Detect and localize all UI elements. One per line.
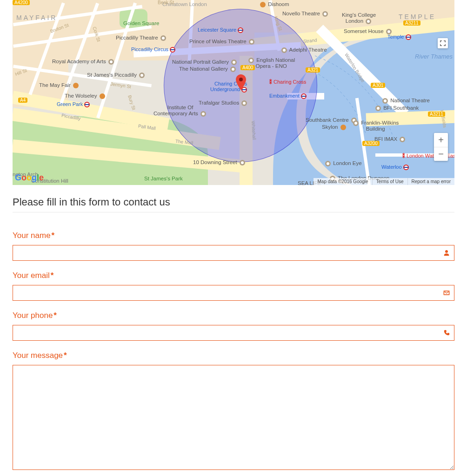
input-email[interactable]: [13, 285, 454, 301]
map-credits: Map data ©2016 Google Terms of Use Repor…: [314, 178, 454, 185]
poi-st-james-piccadilly: St James's Piccadilly: [87, 72, 146, 78]
zoom-control: + −: [434, 133, 448, 161]
input-name[interactable]: [13, 245, 454, 261]
map-marker[interactable]: [236, 74, 246, 90]
road-beak: Beak St: [158, 0, 174, 5]
contact-form: Please fill in this form to contact us Y…: [0, 185, 467, 476]
poi-national-theatre: National Theatre: [381, 98, 430, 104]
roadnum-a4200: A4200: [13, 0, 30, 5]
station-piccadilly-circus: Piccadilly Circus: [131, 46, 175, 53]
poi-st-james-park: St James's Park: [144, 176, 183, 182]
label-name: Your name*: [13, 231, 454, 240]
credit-data: Map data ©2016 Google: [314, 178, 372, 185]
station-leicester-sq: Leicester Square: [198, 27, 243, 33]
roadnum-a400: A400: [240, 65, 255, 70]
user-icon: [443, 249, 450, 257]
poi-ica: Institute Of Contemporary Arts: [153, 105, 207, 117]
label-phone: Your phone*: [13, 311, 454, 320]
poi-dishoom: Dishoom: [259, 1, 289, 7]
station-temple: Temple: [387, 34, 411, 40]
station-embankment: Embankment: [269, 93, 307, 99]
poi-southbank-centre: Southbank Centre: [306, 117, 358, 123]
field-message: Your message*: [13, 351, 454, 472]
roadnum-a321: A321: [306, 67, 320, 73]
poi-may-fair: The May Fair: [39, 82, 80, 88]
field-email: Your email*: [13, 271, 454, 301]
envelope-icon: [443, 289, 450, 297]
fullscreen-button[interactable]: [438, 38, 448, 48]
credit-report[interactable]: Report a map error: [407, 178, 454, 185]
poi-kings-college: King's College London: [342, 12, 376, 24]
poi-skylon: Skylon: [322, 124, 347, 130]
poi-npg: National Portrait Gallery: [172, 59, 238, 65]
station-waterloo: Waterloo: [381, 164, 409, 170]
input-message[interactable]: [13, 365, 454, 470]
station-charing-rail: Charing Cross: [269, 79, 306, 85]
poi-piccadilly-theatre: Piccadilly Theatre: [116, 35, 167, 41]
poi-bfi-southbank: BFI Southbank: [374, 105, 419, 111]
form-title: Please fill in this form to contact us: [13, 196, 454, 208]
poi-franklin-wilkins: Franklin-Wilkins Building: [352, 120, 399, 132]
roadnum-a3211l: A3211: [403, 20, 420, 26]
poi-downing: 10 Downing Street: [193, 159, 246, 165]
label-message: Your message*: [13, 351, 454, 360]
field-name: Your name*: [13, 231, 454, 261]
poi-novello: Novello Theatre: [282, 11, 329, 17]
svg-point-0: [239, 78, 243, 81]
map[interactable]: MAYFAIR TEMPLE Chinatown London Golden S…: [13, 0, 454, 185]
roadnum-a4: A4: [18, 98, 27, 103]
poi-thames: River Thames: [415, 53, 453, 60]
poi-somerset: Somerset House: [344, 28, 393, 34]
roadnum-a301: A301: [371, 83, 385, 88]
zoom-in-button[interactable]: +: [434, 133, 448, 147]
title-divider: [13, 212, 454, 212]
poi-wolseley: The Wolseley: [65, 93, 106, 99]
station-green-park: Green Park: [57, 101, 90, 107]
poi-golden-square: Golden Square: [123, 20, 159, 26]
poi-prince-wales: Prince of Wales Theatre: [189, 39, 255, 45]
poi-london-eye: London Eye: [324, 160, 362, 166]
district-temple: TEMPLE: [399, 13, 436, 20]
roadnum-a3211r: A3211: [428, 112, 445, 117]
credit-terms[interactable]: Terms of Use: [372, 178, 407, 185]
poi-ng: The National Gallery: [179, 66, 237, 72]
roadnum-a3200: A3200: [362, 141, 380, 146]
google-logo: Google: [15, 173, 44, 183]
zoom-out-button[interactable]: −: [434, 147, 448, 161]
label-email: Your email*: [13, 271, 454, 280]
poi-royal-academy: Royal Academy of Arts: [52, 59, 115, 65]
district-mayfair: MAYFAIR: [16, 14, 57, 21]
phone-icon: [443, 329, 450, 337]
input-phone[interactable]: [13, 325, 454, 341]
poi-adelphi: Adelphi Theatre: [280, 47, 327, 53]
field-phone: Your phone*: [13, 311, 454, 341]
